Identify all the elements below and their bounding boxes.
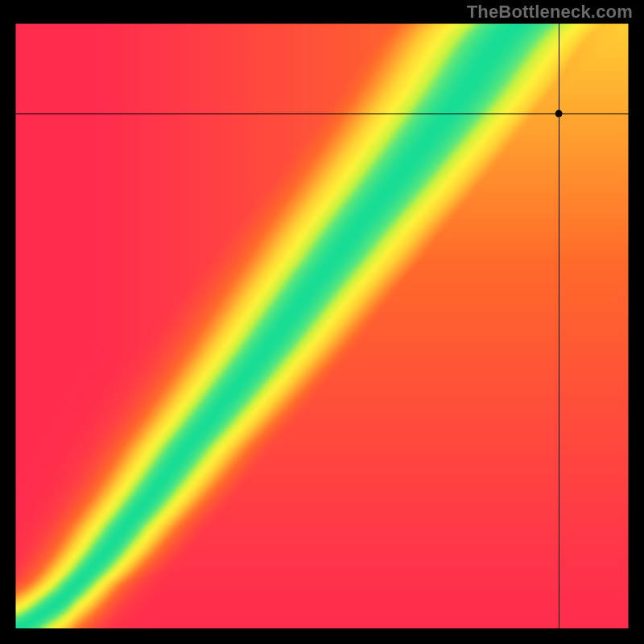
plot-area (14, 23, 630, 630)
bottleneck-heatmap (14, 23, 630, 630)
chart-frame: TheBottleneck.com (0, 0, 644, 644)
attribution-label: TheBottleneck.com (467, 2, 633, 23)
